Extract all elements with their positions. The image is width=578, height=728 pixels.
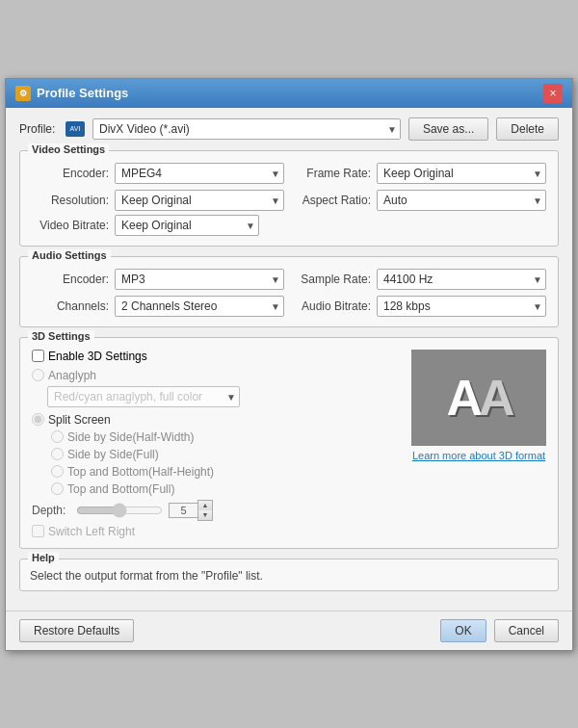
anaglyph-select-row: Red/cyan anaglyph, full color ▼	[47, 386, 402, 407]
3d-preview-right: AA Learn more about 3D format	[411, 346, 546, 538]
side-by-side-full-radio[interactable]	[51, 448, 64, 460]
frame-rate-label: Frame Rate:	[294, 167, 371, 180]
depth-spinner-buttons: ▲ ▼	[197, 500, 213, 521]
enable-3d-checkbox[interactable]	[32, 350, 44, 362]
cancel-button[interactable]: Cancel	[494, 619, 559, 642]
top-bottom-half-label[interactable]: Top and Bottom(Half-Height)	[67, 465, 214, 479]
depth-up-button[interactable]: ▲	[198, 501, 212, 510]
video-settings-section: Video Settings Encoder: MPEG4H.264H.265 …	[19, 150, 559, 247]
dialog-window: ⚙ Profile Settings × Profile: AVI DivX V…	[5, 78, 573, 651]
anaglyph-radio-row: Anaglyph	[32, 369, 402, 382]
close-button[interactable]: ×	[543, 84, 563, 103]
audio-settings-grid: Encoder: MP3AACAC3 ▼ Sample Rate: 44100 …	[32, 269, 546, 317]
app-icon: ⚙	[15, 86, 31, 101]
save-as-button[interactable]: Save as...	[408, 117, 488, 141]
audio-encoder-label: Encoder:	[32, 273, 109, 286]
encoder-select[interactable]: MPEG4H.264H.265	[115, 163, 284, 184]
restore-defaults-button[interactable]: Restore Defaults	[19, 619, 134, 642]
content-area: Profile: AVI DivX Video (*.avi) MP4 Vide…	[6, 108, 572, 611]
video-bitrate-select-wrap: Keep Original1000 kbps2000 kbps ▼	[115, 215, 259, 236]
audio-bitrate-label: Audio Bitrate:	[294, 299, 371, 313]
audio-bitrate-row: Audio Bitrate: 128 kbps192 kbps256 kbps …	[294, 296, 546, 317]
depth-label: Depth:	[32, 504, 70, 517]
dialog-title: Profile Settings	[37, 86, 128, 100]
top-bottom-full-label[interactable]: Top and Bottom(Full)	[67, 482, 174, 496]
side-by-side-half-label[interactable]: Side by Side(Half-Width)	[67, 430, 194, 444]
frame-rate-select[interactable]: Keep Original23.972529.9730	[377, 163, 546, 184]
side-by-side-full-row: Side by Side(Full)	[51, 448, 402, 461]
enable-3d-label[interactable]: Enable 3D Settings	[48, 350, 147, 363]
side-by-side-half-radio[interactable]	[51, 430, 64, 443]
3d-settings-section: 3D Settings Enable 3D Settings Anaglyph	[19, 337, 559, 549]
switch-left-right-checkbox[interactable]	[32, 525, 44, 537]
profile-select[interactable]: DivX Video (*.avi) MP4 Video (*.mp4) MKV…	[92, 118, 401, 140]
channels-select[interactable]: 2 Channels Stereo1 Channel Mono	[115, 296, 284, 317]
profile-row: Profile: AVI DivX Video (*.avi) MP4 Vide…	[19, 117, 559, 141]
aa-right-char: A	[479, 370, 512, 426]
depth-down-button[interactable]: ▼	[198, 510, 212, 520]
encoder-label: Encoder:	[32, 167, 109, 180]
aa-preview-text: AA	[446, 369, 511, 427]
switch-left-right-label[interactable]: Switch Left Right	[48, 525, 135, 538]
learn-more-link[interactable]: Learn more about 3D format	[412, 450, 545, 461]
audio-encoder-select-wrap: MP3AACAC3 ▼	[115, 269, 284, 290]
video-settings-grid: Encoder: MPEG4H.264H.265 ▼ Frame Rate: K…	[32, 163, 546, 211]
audio-settings-section: Audio Settings Encoder: MP3AACAC3 ▼ Samp…	[19, 256, 559, 327]
audio-encoder-row: Encoder: MP3AACAC3 ▼	[32, 269, 284, 290]
help-title: Help	[28, 552, 59, 563]
audio-encoder-select[interactable]: MP3AACAC3	[115, 269, 284, 290]
side-by-side-half-row: Side by Side(Half-Width)	[51, 430, 402, 444]
resolution-label: Resolution:	[32, 194, 109, 207]
resolution-row: Resolution: Keep Original1920x10801280x7…	[32, 190, 284, 211]
ok-button[interactable]: OK	[440, 619, 486, 642]
3d-settings-title: 3D Settings	[28, 330, 94, 342]
video-bitrate-select[interactable]: Keep Original1000 kbps2000 kbps	[115, 215, 259, 236]
frame-rate-select-wrap: Keep Original23.972529.9730 ▼	[377, 163, 546, 184]
top-bottom-half-radio[interactable]	[51, 465, 64, 478]
audio-settings-title: Audio Settings	[28, 249, 111, 261]
video-bitrate-row: Video Bitrate: Keep Original1000 kbps200…	[32, 215, 546, 236]
footer: Restore Defaults OK Cancel	[6, 611, 572, 650]
depth-row: Depth: ▲ ▼	[32, 500, 402, 521]
depth-spinner-wrap: ▲ ▼	[169, 500, 213, 521]
audio-bitrate-select[interactable]: 128 kbps192 kbps256 kbps	[377, 296, 546, 317]
footer-right-buttons: OK Cancel	[440, 619, 559, 642]
delete-button[interactable]: Delete	[496, 117, 559, 141]
aspect-ratio-select-wrap: Auto4:316:9 ▼	[377, 190, 546, 211]
audio-bitrate-select-wrap: 128 kbps192 kbps256 kbps ▼	[377, 296, 546, 317]
anaglyph-label[interactable]: Anaglyph	[48, 369, 96, 382]
aa-preview-box: AA	[411, 350, 546, 446]
help-text: Select the output format from the "Profi…	[30, 569, 548, 583]
channels-select-wrap: 2 Channels Stereo1 Channel Mono ▼	[115, 296, 284, 317]
sample-rate-row: Sample Rate: 44100 Hz48000 Hz22050 Hz ▼	[294, 269, 546, 290]
split-screen-radio-row: Split Screen	[32, 413, 402, 427]
video-bitrate-label: Video Bitrate:	[32, 219, 109, 232]
aspect-ratio-select[interactable]: Auto4:316:9	[377, 190, 546, 211]
profile-icon-text: AVI	[70, 125, 81, 132]
3d-options-left: Enable 3D Settings Anaglyph Red/cyan ana…	[32, 346, 402, 538]
switch-left-right-row: Switch Left Right	[32, 525, 402, 538]
side-by-side-full-label[interactable]: Side by Side(Full)	[67, 448, 159, 461]
aspect-ratio-label: Aspect Ratio:	[294, 194, 371, 207]
frame-rate-row: Frame Rate: Keep Original23.972529.9730 …	[294, 163, 546, 184]
profile-format-icon: AVI	[66, 121, 85, 137]
sample-rate-select[interactable]: 44100 Hz48000 Hz22050 Hz	[377, 269, 546, 290]
channels-label: Channels:	[32, 299, 109, 313]
anaglyph-radio[interactable]	[32, 369, 44, 381]
resolution-select-wrap: Keep Original1920x10801280x720 ▼	[115, 190, 284, 211]
title-bar-left: ⚙ Profile Settings	[15, 86, 128, 101]
depth-input[interactable]	[169, 503, 197, 518]
aa-left-char: A	[446, 370, 479, 426]
enable-3d-row: Enable 3D Settings	[32, 350, 402, 363]
encoder-select-wrap: MPEG4H.264H.265 ▼	[115, 163, 284, 184]
video-settings-title: Video Settings	[28, 143, 109, 155]
depth-slider[interactable]	[76, 504, 163, 517]
top-bottom-full-radio[interactable]	[51, 482, 64, 495]
anaglyph-type-select[interactable]: Red/cyan anaglyph, full color	[47, 386, 240, 407]
top-bottom-full-row: Top and Bottom(Full)	[51, 482, 402, 496]
split-screen-label[interactable]: Split Screen	[48, 413, 111, 427]
encoder-row: Encoder: MPEG4H.264H.265 ▼	[32, 163, 284, 184]
resolution-select[interactable]: Keep Original1920x10801280x720	[115, 190, 284, 211]
split-screen-radio[interactable]	[32, 413, 44, 426]
sample-rate-label: Sample Rate:	[294, 273, 371, 286]
